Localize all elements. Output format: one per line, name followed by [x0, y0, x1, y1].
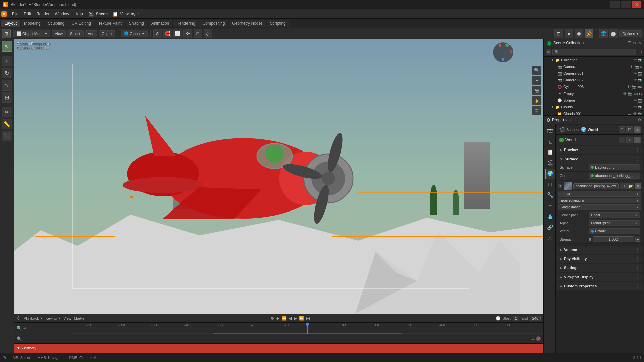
tab-add[interactable]: + — [290, 20, 299, 27]
prop-tab-particles[interactable]: ✦ — [545, 201, 555, 211]
xray-btn[interactable]: □ — [194, 29, 202, 38]
empty-render-icon[interactable]: 📷 — [628, 92, 633, 96]
surface-value[interactable]: Background — [589, 164, 640, 170]
view-menu[interactable]: View — [52, 30, 66, 37]
viewport-display-header[interactable]: ▶ Viewport Display ⋮⋮ — [557, 273, 643, 281]
tab-geometry-nodes[interactable]: Geometry Nodes — [229, 20, 266, 27]
search-type-icon[interactable]: ⇄ — [531, 336, 535, 341]
viewport-gizmo-toggle[interactable]: 🌐 — [599, 29, 608, 38]
timeline-ruler[interactable]: -700 -600 -500 -400 -300 -200 -100 0 100… — [71, 323, 543, 334]
sphere-render-icon[interactable]: 📷 — [638, 98, 643, 103]
outliner-filter-icon[interactable]: ☰ — [628, 41, 632, 45]
playback-dropdown[interactable]: Playback ▼ — [24, 316, 43, 320]
outliner-item-camera001[interactable]: 📷 Camera.001 👁 📷 — [544, 70, 644, 77]
close-button[interactable]: ✕ — [632, 1, 641, 8]
mode-dropdown[interactable]: ⬜ Object Mode ▼ — [13, 30, 50, 37]
cyl003-render-icon[interactable]: 📷 — [632, 85, 636, 89]
img-browse-btn[interactable]: ☐ — [620, 183, 627, 189]
strength-key-btn[interactable]: ◆ — [635, 237, 640, 242]
outliner-item-camera002[interactable]: 📷 Camera.002 👁 📷 — [544, 77, 644, 83]
cyl003-view-icon[interactable]: 👁 — [627, 85, 631, 89]
breadcrumb-copy-btn[interactable]: ☐ — [619, 126, 625, 133]
camera-extra-icon[interactable]: ⊞ — [640, 65, 643, 68]
tab-layout[interactable]: Layout — [1, 20, 20, 27]
zoom-in-btn[interactable]: 🔍 — [532, 66, 541, 75]
vector-value[interactable]: Default — [589, 228, 640, 234]
transform-dropdown[interactable]: 🌐 Global ▼ — [121, 30, 148, 37]
outliner-item-empty[interactable]: ✦ Empty 👁 📷 ⊞5▼3 — [544, 90, 644, 97]
outliner-item-sphere[interactable]: ⚪ Sphere 👁 📷 — [544, 97, 644, 104]
play-reverse-btn[interactable]: ◀ — [289, 316, 292, 321]
clouds-render-icon[interactable]: 📷 — [638, 105, 643, 109]
alpha-dropdown[interactable]: Premultiplied ▼ — [589, 220, 640, 226]
outliner-item-collection[interactable]: ▼ 📁 Collection 👁 📷 — [544, 57, 644, 63]
menu-file[interactable]: File — [9, 11, 21, 17]
start-frame[interactable]: 1 — [513, 316, 519, 321]
prop-tab-object[interactable]: ◻ — [545, 179, 555, 189]
sphere-view-icon[interactable]: 👁 — [633, 98, 637, 102]
strength-value[interactable]: 1.000 — [593, 236, 634, 242]
options-dropdown[interactable]: Options ▼ — [619, 30, 642, 37]
breadcrumb-close-btn[interactable]: ✕ — [634, 126, 641, 133]
tab-compositing[interactable]: Compositing — [199, 20, 228, 27]
prop-tab-constraints[interactable]: 🔗 — [545, 222, 555, 232]
tab-shading[interactable]: Shading — [126, 20, 147, 27]
camera-view-btn[interactable]: 🤚 — [532, 96, 541, 105]
settings-header[interactable]: ▶ Settings ⋮⋮ — [557, 264, 643, 272]
clouds001-render-icon[interactable]: 📷 — [638, 112, 643, 116]
search-input[interactable] — [23, 337, 530, 341]
viewport[interactable]: Camera Perspective (0) Scene Collection … — [14, 39, 543, 314]
outliner-item-cylinder003[interactable]: ⭕ Cylinder.003 👁 📷 ⊞⊟ — [544, 83, 644, 90]
prop-tab-world[interactable]: 🌍 — [545, 169, 555, 179]
tab-animation[interactable]: Animation — [148, 20, 172, 27]
timeline-arrows-icon[interactable]: ⇄ — [23, 326, 26, 330]
world-add-btn[interactable]: + — [626, 137, 633, 143]
maximize-button[interactable]: □ — [621, 1, 631, 8]
viewport-overlays-toggle[interactable]: ⬤ — [609, 29, 618, 38]
prop-tab-output[interactable]: 🖨 — [545, 136, 555, 146]
menu-render[interactable]: Render — [34, 11, 52, 17]
add-cube-tool[interactable]: ⬛ — [2, 131, 12, 141]
view-dropdown[interactable]: View — [63, 316, 71, 320]
tab-modeling[interactable]: Modeling — [21, 20, 44, 27]
camera-to-view-btn[interactable]: 🎬 — [532, 106, 541, 115]
clouds001-view-icon[interactable]: 👁 — [633, 112, 637, 115]
zoom-out-btn[interactable]: − — [532, 76, 541, 85]
jump-end-btn[interactable]: ⏭ — [306, 316, 310, 321]
scale-tool[interactable]: ⤡ — [2, 80, 12, 90]
shading-wire-btn[interactable]: ◇ — [204, 29, 212, 38]
annotate-tool[interactable]: ✏ — [2, 107, 12, 117]
add-menu[interactable]: Add — [85, 30, 98, 37]
select-menu[interactable]: Select — [67, 30, 84, 37]
play-btn[interactable]: ▶ — [294, 316, 297, 321]
jump-start-btn[interactable]: ⏮ — [276, 316, 280, 321]
minimize-button[interactable]: ─ — [610, 1, 620, 8]
tab-sculpting[interactable]: Sculpting — [45, 20, 68, 27]
menu-edit[interactable]: Edit — [21, 11, 34, 17]
object-menu[interactable]: Object — [99, 30, 115, 37]
tab-uv-editing[interactable]: UV Editing — [68, 20, 94, 27]
timeline-type-icon[interactable]: ⏱ — [17, 316, 21, 321]
camera-view-icon[interactable]: 👁 — [630, 65, 633, 69]
tab-scripting[interactable]: Scripting — [267, 20, 289, 27]
expand-arrow-collection[interactable]: ▼ — [551, 58, 554, 62]
marker-dropdown[interactable]: Marker — [74, 316, 86, 320]
colorspace-dropdown[interactable]: Linear ▼ — [589, 212, 640, 218]
color-value[interactable]: abandoned_parking_... — [589, 173, 640, 179]
cam001-view-icon[interactable]: 👁 — [633, 71, 637, 75]
custom-props-header[interactable]: ▶ Custom Properties ⋮⋮ — [557, 282, 643, 290]
rendered-btn[interactable]: 🔆 — [585, 29, 593, 38]
proportional-editing-btn[interactable]: ⊙ — [153, 29, 162, 38]
prop-tab-physics[interactable]: 💧 — [545, 212, 555, 222]
img-texture-expand[interactable]: ▼ — [558, 184, 562, 188]
world-remove-btn[interactable]: ✕ — [634, 137, 641, 143]
move-tool[interactable]: ✛ — [2, 56, 12, 66]
end-frame[interactable]: 240 — [530, 316, 541, 321]
outliner-item-camera[interactable]: 📷 Camera 👁 📷 ⊞ — [544, 63, 644, 70]
clouds-expand[interactable]: ▼ — [551, 105, 554, 109]
breadcrumb-paste-btn[interactable]: ☐ — [626, 126, 633, 133]
interpolation-dropdown[interactable]: Linear ▼ — [558, 191, 641, 197]
pin-icon[interactable]: 📌 — [536, 336, 541, 341]
preview-header[interactable]: ▶ Preview ⋮⋮ — [557, 146, 643, 154]
navigation-gizmo[interactable]: Y X — [493, 42, 513, 62]
